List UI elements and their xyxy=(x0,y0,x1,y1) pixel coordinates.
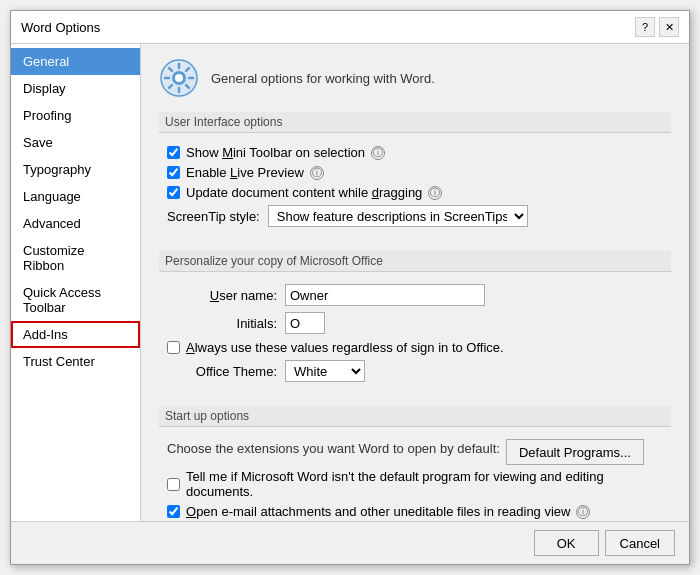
email-attach-info-icon[interactable]: ⓘ xyxy=(576,505,590,519)
always-values-row: Always use these values regardless of si… xyxy=(167,340,663,355)
ui-options-content: Show Mini Toolbar on selection ⓘ Enable … xyxy=(159,141,671,237)
live-preview-row: Enable Live Preview ⓘ xyxy=(167,165,663,180)
svg-point-2 xyxy=(175,74,183,82)
email-attach-checkbox[interactable] xyxy=(167,505,180,518)
live-preview-checkbox[interactable] xyxy=(167,166,180,179)
default-check-label: Tell me if Microsoft Word isn't the defa… xyxy=(186,469,663,499)
general-icon xyxy=(159,58,199,98)
sidebar-item-language[interactable]: Language xyxy=(11,183,140,210)
update-content-label: Update document content while dragging xyxy=(186,185,422,200)
mini-toolbar-info-icon[interactable]: ⓘ xyxy=(371,146,385,160)
initials-label: Initials: xyxy=(167,316,277,331)
dialog-title: Word Options xyxy=(21,20,100,35)
live-preview-label: Enable Live Preview xyxy=(186,165,304,180)
sidebar-item-general[interactable]: General xyxy=(11,48,140,75)
office-theme-row: Office Theme: White Light Gray Dark Gray… xyxy=(167,360,663,382)
mini-toolbar-label: Show Mini Toolbar on selection xyxy=(186,145,365,160)
update-content-info-icon[interactable]: ⓘ xyxy=(428,186,442,200)
office-theme-select[interactable]: White Light Gray Dark Gray Black Colorfu… xyxy=(285,360,365,382)
sidebar-item-quick-access[interactable]: Quick Access Toolbar xyxy=(11,279,140,321)
sidebar: GeneralDisplayProofingSaveTypographyLang… xyxy=(11,44,141,521)
content-description: General options for working with Word. xyxy=(211,71,435,86)
cancel-button[interactable]: Cancel xyxy=(605,530,675,556)
close-button[interactable]: ✕ xyxy=(659,17,679,37)
default-programs-button[interactable]: Default Programs... xyxy=(506,439,644,465)
update-content-checkbox[interactable] xyxy=(167,186,180,199)
screentip-row: ScreenTip style: Show feature descriptio… xyxy=(167,205,663,227)
always-values-checkbox[interactable] xyxy=(167,341,180,354)
email-attach-row: Open e-mail attachments and other unedit… xyxy=(167,504,663,519)
screentip-label: ScreenTip style: xyxy=(167,209,260,224)
content-header: General options for working with Word. xyxy=(159,58,671,98)
title-bar: Word Options ? ✕ xyxy=(11,11,689,44)
ui-options-header: User Interface options xyxy=(159,112,671,133)
sidebar-item-advanced[interactable]: Advanced xyxy=(11,210,140,237)
sidebar-item-typography[interactable]: Typography xyxy=(11,156,140,183)
title-bar-controls: ? ✕ xyxy=(635,17,679,37)
update-content-row: Update document content while dragging ⓘ xyxy=(167,185,663,200)
personalize-content: User name: Initials: Always use these va… xyxy=(159,280,671,392)
sidebar-item-save[interactable]: Save xyxy=(11,129,140,156)
mini-toolbar-row: Show Mini Toolbar on selection ⓘ xyxy=(167,145,663,160)
startup-header: Start up options xyxy=(159,406,671,427)
default-check-row: Tell me if Microsoft Word isn't the defa… xyxy=(167,469,663,499)
startup-content: Choose the extensions you want Word to o… xyxy=(159,435,671,521)
sidebar-item-add-ins[interactable]: Add-Ins xyxy=(11,321,140,348)
initials-input[interactable] xyxy=(285,312,325,334)
personalize-header: Personalize your copy of Microsoft Offic… xyxy=(159,251,671,272)
initials-row: Initials: xyxy=(167,312,663,334)
sidebar-item-proofing[interactable]: Proofing xyxy=(11,102,140,129)
sidebar-item-trust-center[interactable]: Trust Center xyxy=(11,348,140,375)
ui-options-section: User Interface options Show Mini Toolbar… xyxy=(159,112,671,237)
email-attach-label: Open e-mail attachments and other unedit… xyxy=(186,504,570,519)
username-input[interactable] xyxy=(285,284,485,306)
default-programs-row: Choose the extensions you want Word to o… xyxy=(167,439,663,465)
screentip-select[interactable]: Show feature descriptions in ScreenTips … xyxy=(268,205,528,227)
startup-section: Start up options Choose the extensions y… xyxy=(159,406,671,521)
word-options-dialog: Word Options ? ✕ GeneralDisplayProofingS… xyxy=(10,10,690,565)
help-button[interactable]: ? xyxy=(635,17,655,37)
default-check-checkbox[interactable] xyxy=(167,478,180,491)
office-theme-label: Office Theme: xyxy=(167,364,277,379)
main-content: General options for working with Word. U… xyxy=(141,44,689,521)
sidebar-item-customize-ribbon[interactable]: Customize Ribbon xyxy=(11,237,140,279)
username-label: User name: xyxy=(167,288,277,303)
startup-description: Choose the extensions you want Word to o… xyxy=(167,441,500,456)
dialog-body: GeneralDisplayProofingSaveTypographyLang… xyxy=(11,44,689,521)
username-row: User name: xyxy=(167,284,663,306)
personalize-section: Personalize your copy of Microsoft Offic… xyxy=(159,251,671,392)
ok-button[interactable]: OK xyxy=(534,530,599,556)
sidebar-item-display[interactable]: Display xyxy=(11,75,140,102)
always-values-label: Always use these values regardless of si… xyxy=(186,340,504,355)
mini-toolbar-checkbox[interactable] xyxy=(167,146,180,159)
live-preview-info-icon[interactable]: ⓘ xyxy=(310,166,324,180)
dialog-footer: OK Cancel xyxy=(11,521,689,564)
